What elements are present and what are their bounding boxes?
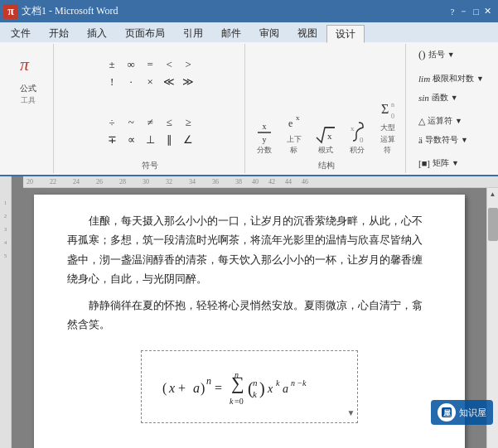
document-area: 20 22 24 26 28 30 32 34 36 38 40 42 44 4…	[12, 176, 498, 448]
paragraph1: 佳酿，每天摄入那么小小的一口，让岁月的沉香萦绕身畔，从此，心不再孤寒；多想，筑一…	[67, 211, 432, 289]
matrix-btn[interactable]: [■] 矩阵 ▼	[413, 155, 465, 171]
svg-text:Σ: Σ	[381, 102, 389, 116]
accent-chevron: ▼	[461, 136, 468, 144]
svg-text:x: x	[168, 381, 175, 395]
tab-pagelayout[interactable]: 页面布局	[116, 24, 174, 42]
sym-plusminus[interactable]: ±	[103, 56, 121, 73]
struct-largeop-sublabel: 运算符	[378, 134, 398, 156]
struct-fraction[interactable]: x y 分数	[251, 117, 278, 158]
tab-start[interactable]: 开始	[40, 24, 78, 42]
scroll-thumb[interactable]	[488, 208, 498, 241]
sym-prop[interactable]: ∝	[122, 132, 140, 148]
app-icon: π	[3, 4, 18, 19]
watermark: 屋 知识屋	[431, 400, 493, 425]
sym-neq[interactable]: ≠	[141, 114, 159, 131]
limitlog-chevron: ▼	[476, 75, 484, 83]
struct-integral-label: 积分	[350, 145, 365, 156]
sym-geq[interactable]: ≥	[179, 114, 197, 131]
svg-text:屋: 屋	[442, 409, 452, 417]
tab-view[interactable]: 视图	[288, 24, 326, 42]
doc-scroll-area: 佳酿，每天摄入那么小小的一口，让岁月的沉香萦绕身畔，从此，心不再孤寒；多想，筑一…	[12, 188, 498, 448]
brackets-chevron: ▼	[447, 51, 455, 59]
brackets-label: 括号	[428, 49, 445, 60]
sym-equals[interactable]: =	[141, 56, 159, 73]
sym-angle[interactable]: ∠	[179, 132, 197, 148]
svg-text:+: +	[178, 381, 186, 395]
struct-radical-label: 根式	[318, 145, 333, 156]
svg-text:n: n	[391, 101, 394, 108]
formula-container[interactable]: ( x + a ) n = ∑ k	[67, 342, 432, 431]
ribbon-content: π 公式 工具 ± ∞ = < > ! · × ≪ ≫ ÷ ~ ≠	[0, 42, 498, 176]
sym-grd[interactable]: ≫	[179, 74, 197, 90]
sym-tilde[interactable]: ~	[122, 114, 140, 131]
svg-text:n: n	[253, 378, 258, 388]
maximize-icon[interactable]: □	[473, 7, 479, 17]
svg-text:k: k	[302, 378, 307, 388]
ruler-vertical: 1 2 3 4 5	[0, 176, 12, 448]
svg-text:y: y	[262, 135, 266, 144]
minimize-icon[interactable]: －	[459, 5, 468, 17]
scroll-up-btn[interactable]: ▲	[487, 188, 499, 200]
svg-text:0: 0	[391, 113, 394, 120]
sym-perp[interactable]: ⊥	[141, 132, 159, 148]
tab-mail[interactable]: 邮件	[212, 24, 250, 42]
struct-script-label: 上下标	[285, 134, 303, 156]
close-icon[interactable]: ✕	[484, 6, 491, 17]
structure-group-label: 结构	[318, 160, 335, 171]
watermark-text: 知识屋	[459, 407, 486, 419]
struct-script[interactable]: e x 上下标	[281, 106, 307, 158]
sym-less[interactable]: <	[160, 56, 178, 73]
brackets-icon: ()	[418, 48, 426, 61]
tab-ref[interactable]: 引用	[174, 24, 212, 42]
matrix-chevron: ▼	[452, 159, 459, 167]
struct-integral[interactable]: x 0 积分	[344, 117, 370, 158]
limitlog-btn[interactable]: lim 极限和对数 ▼	[413, 70, 490, 87]
sym-times[interactable]: ×	[141, 74, 159, 90]
sym-excl[interactable]: !	[103, 74, 121, 90]
svg-text:a: a	[283, 383, 288, 395]
operator-btn[interactable]: △ 运算符 ▼	[413, 113, 468, 129]
rv4: 4	[4, 239, 7, 246]
tab-review[interactable]: 审阅	[250, 24, 288, 42]
symbol-group: ± ∞ = < > ! · × ≪ ≫ ÷ ~ ≠ ≤ ≥ ∓ ∝ ⊥ ∥	[56, 44, 245, 173]
right-items-row3: ä 导数符号 ▼ [■] 矩阵 ▼	[413, 132, 490, 171]
svg-text:k: k	[230, 397, 234, 406]
sym-divide[interactable]: ÷	[103, 114, 121, 131]
sym-infinity[interactable]: ∞	[122, 56, 140, 73]
brackets-btn[interactable]: () 括号 ▼	[413, 46, 461, 64]
help-icon[interactable]: ?	[450, 7, 454, 17]
svg-text:0: 0	[360, 136, 364, 144]
sym-mp[interactable]: ∓	[103, 132, 121, 148]
function-chevron: ▼	[451, 94, 458, 102]
sym-cdot[interactable]: ·	[122, 74, 140, 90]
tab-file[interactable]: 文件	[2, 24, 40, 42]
document-scroll[interactable]: 佳酿，每天摄入那么小小的一口，让岁月的沉香萦绕身畔，从此，心不再孤寒；多想，筑一…	[12, 188, 486, 448]
formula-box[interactable]: ( x + a ) n = ∑ k	[141, 350, 358, 423]
formula-tool-button[interactable]: π	[10, 46, 46, 82]
function-btn[interactable]: sin 函数 ▼	[413, 89, 464, 106]
sym-greater[interactable]: >	[179, 56, 197, 73]
svg-text:n: n	[206, 375, 211, 387]
sym-lld[interactable]: ≪	[160, 74, 178, 90]
structure-items: x y 分数 e x 上下标 x 根式	[251, 46, 402, 158]
title-bar: π 文档1 - Microsoft Word ? － □ ✕	[0, 0, 498, 22]
struct-large-op[interactable]: Σ n 0 大型 运算符	[374, 94, 402, 158]
window-title: 文档1 - Microsoft Word	[22, 4, 118, 18]
tab-design[interactable]: 设计	[326, 25, 365, 43]
symbol-grid-top: ± ∞ = < > ! · × ≪ ≫	[103, 56, 197, 90]
right-items-row1: () 括号 ▼ lim 极限和对数 ▼	[413, 46, 490, 87]
struct-radical[interactable]: x 根式	[311, 117, 341, 158]
rv3: 3	[4, 226, 7, 233]
accent-label: 导数符号	[425, 134, 458, 146]
struct-fraction-label: 分数	[257, 145, 272, 156]
svg-text:π: π	[20, 54, 30, 75]
svg-text:k: k	[253, 389, 258, 399]
sym-leq[interactable]: ≤	[160, 114, 178, 131]
sym-para[interactable]: ∥	[160, 132, 178, 148]
rv1: 1	[4, 200, 7, 206]
tab-insert[interactable]: 插入	[78, 24, 116, 42]
accent-btn[interactable]: ä 导数符号 ▼	[413, 132, 474, 148]
rv2: 2	[4, 213, 7, 219]
svg-text:x: x	[267, 383, 273, 395]
limitlog-label: 极限和对数	[433, 73, 474, 84]
